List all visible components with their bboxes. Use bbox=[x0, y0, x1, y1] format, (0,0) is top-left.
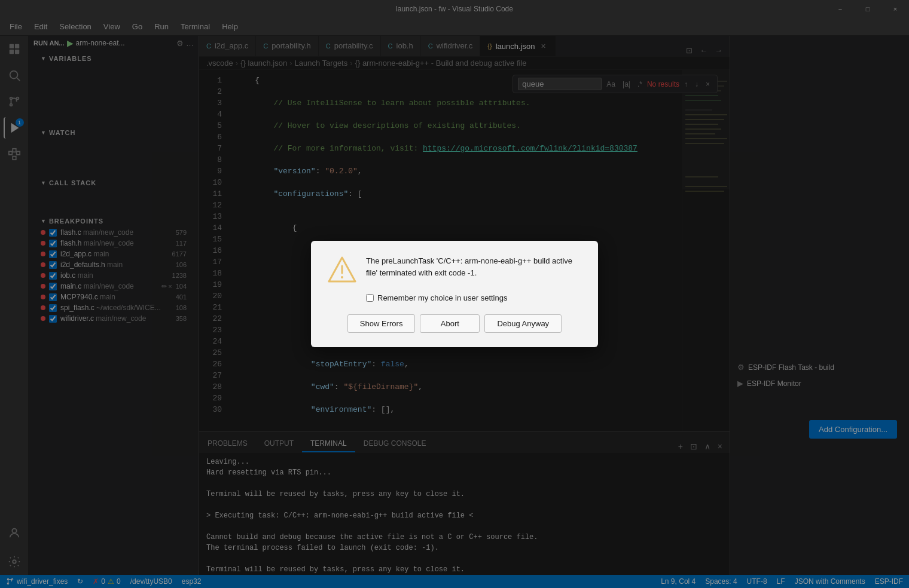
modal-message-text: The preLaunchTask 'C/C++: arm-none-eabi-… bbox=[366, 255, 581, 278]
warning-icon bbox=[328, 255, 356, 284]
modal-dialog: The preLaunchTask 'C/C++: arm-none-eabi-… bbox=[311, 241, 598, 347]
remember-choice-label[interactable]: Remember my choice in user settings bbox=[377, 293, 507, 302]
modal-header: The preLaunchTask 'C/C++: arm-none-eabi-… bbox=[328, 255, 581, 284]
modal-overlay: The preLaunchTask 'C/C++: arm-none-eabi-… bbox=[0, 0, 909, 588]
modal-message: The preLaunchTask 'C/C++: arm-none-eabi-… bbox=[366, 256, 572, 277]
remember-choice-checkbox[interactable] bbox=[366, 294, 374, 302]
modal-checkbox-row: Remember my choice in user settings bbox=[366, 293, 581, 302]
show-errors-button[interactable]: Show Errors bbox=[347, 314, 416, 333]
abort-button[interactable]: Abort bbox=[420, 314, 480, 333]
debug-anyway-button[interactable]: Debug Anyway bbox=[484, 314, 562, 333]
modal-buttons: Show Errors Abort Debug Anyway bbox=[328, 314, 581, 333]
svg-point-42 bbox=[341, 276, 343, 278]
